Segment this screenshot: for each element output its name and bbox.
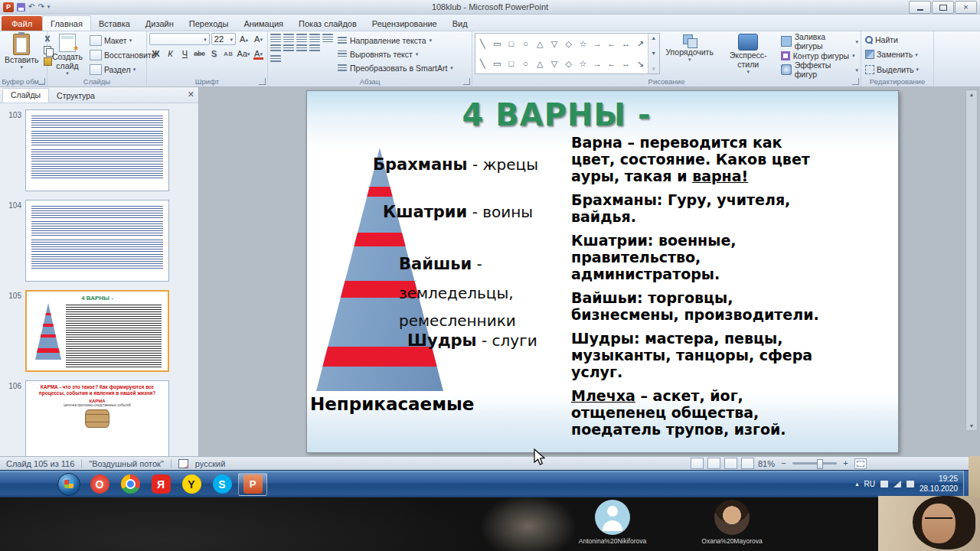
zoom-slider[interactable]: [792, 462, 837, 465]
shrink-font-button[interactable]: А▾: [252, 33, 265, 45]
pyramid-label[interactable]: Шудры - слуги: [407, 331, 537, 350]
ribbon-tab[interactable]: Показ слайдов: [291, 16, 364, 31]
shape-gallery-item-icon[interactable]: →: [590, 34, 605, 54]
shape-gallery-item-icon[interactable]: ╲: [475, 34, 490, 54]
pyramid-label[interactable]: Вайшьи - земледельцы,ремесленники: [399, 250, 575, 334]
slide-body-text[interactable]: Варна – переводится как цвет, состояние.…: [571, 134, 822, 445]
shape-gallery-item-icon[interactable]: ▽: [547, 34, 562, 54]
shape-effects-button[interactable]: Эффекты фигур▾: [781, 63, 858, 77]
tray-expand-icon[interactable]: ▴: [855, 481, 858, 487]
shape-gallery-item-icon[interactable]: →: [590, 54, 605, 73]
shape-gallery-item-icon[interactable]: ○: [518, 54, 533, 73]
ribbon-tab[interactable]: Вид: [445, 16, 475, 31]
font-size-combo[interactable]: 22▾: [211, 33, 236, 45]
shape-gallery-item-icon[interactable]: ▭: [490, 34, 505, 54]
clipboard-dialog-launcher-icon[interactable]: [38, 78, 45, 85]
shapes-scroll-up-icon[interactable]: ▲: [651, 35, 656, 41]
slide-thumbnail-103[interactable]: 103: [2, 109, 195, 191]
scroll-up-icon[interactable]: ▲: [969, 92, 975, 97]
italic-button[interactable]: К: [164, 47, 177, 60]
panel-close-icon[interactable]: ✕: [188, 90, 194, 99]
reading-view-icon[interactable]: [724, 458, 737, 469]
slide-thumbnail-106[interactable]: 106 КАРМА - что это такое? Как формируют…: [2, 380, 195, 462]
zoom-slider-thumb[interactable]: [817, 459, 823, 469]
quick-styles-button[interactable]: Экспресс-стили▾: [720, 33, 777, 77]
shapes-gallery-scrollbar[interactable]: ▲ ▼ ▿: [648, 34, 659, 73]
taskbar-yandex-browser-button[interactable]: Я: [146, 473, 175, 496]
conference-participant[interactable]: Oxana%20Mayorova: [695, 500, 769, 545]
bullet-list-icon[interactable]: [270, 34, 281, 42]
underline-button[interactable]: Ч: [178, 47, 191, 60]
numbered-list-icon[interactable]: [283, 34, 294, 42]
slideshow-view-icon[interactable]: [741, 458, 754, 469]
align-text-button[interactable]: Выровнять текст▾: [338, 47, 453, 60]
align-left-icon[interactable]: [270, 44, 281, 53]
drawing-dialog-launcher-icon[interactable]: [852, 78, 859, 85]
language-indicator[interactable]: русский: [195, 459, 225, 468]
ribbon-tab[interactable]: Дизайн: [138, 16, 181, 31]
pyramid-label[interactable]: Кшатрии - воины: [383, 203, 533, 221]
network-icon[interactable]: [893, 481, 901, 487]
font-dialog-launcher-icon[interactable]: [259, 78, 266, 85]
close-button[interactable]: ×: [955, 1, 977, 14]
text-direction-button[interactable]: Направление текста▾: [338, 34, 453, 47]
undo-icon[interactable]: ↶: [28, 3, 34, 11]
strikethrough-button[interactable]: abc: [193, 47, 206, 60]
arrange-button[interactable]: Упорядочить▾: [664, 33, 716, 77]
shape-gallery-item-icon[interactable]: ◇: [561, 54, 576, 73]
spellcheck-icon[interactable]: [178, 459, 188, 468]
panel-tab-slides[interactable]: Слайды: [2, 88, 49, 103]
shape-gallery-item-icon[interactable]: □: [504, 54, 518, 73]
align-right-icon[interactable]: [296, 44, 307, 53]
shape-gallery-item-icon[interactable]: △: [533, 54, 547, 73]
action-center-icon[interactable]: [880, 481, 888, 487]
shape-fill-button[interactable]: Заливка фигуры▾: [781, 34, 858, 48]
bold-button[interactable]: Ж: [149, 47, 162, 60]
slide-paragraph[interactable]: Млечха – аскет, йог, отщепенец общества,…: [571, 387, 822, 438]
ribbon-tab[interactable]: Анимация: [236, 16, 291, 31]
normal-view-icon[interactable]: [691, 458, 704, 469]
zoom-out-icon[interactable]: −: [779, 458, 789, 468]
fit-to-window-icon[interactable]: [854, 458, 867, 469]
paragraph-dialog-launcher-icon[interactable]: [463, 78, 470, 85]
shape-gallery-item-icon[interactable]: ←: [604, 34, 619, 54]
slide-paragraph[interactable]: Вайшьи: торговцы, бизнесмены, производит…: [571, 289, 822, 323]
change-case-button[interactable]: Аа▾: [237, 47, 250, 60]
clock[interactable]: 19:25 28.10.2020: [920, 474, 958, 494]
qat-dropdown-icon[interactable]: ▾: [47, 4, 51, 10]
find-button[interactable]: Найти: [864, 33, 931, 47]
line-spacing-icon[interactable]: [322, 34, 333, 42]
shape-gallery-item-icon[interactable]: ↔: [619, 34, 633, 54]
shape-gallery-item-icon[interactable]: ☆: [576, 54, 590, 73]
select-button[interactable]: Выделить▾: [864, 63, 931, 77]
slide-paragraph[interactable]: Брахманы: Гуру, учителя, вайдья.: [571, 191, 822, 225]
ribbon-tab[interactable]: Переходы: [181, 16, 237, 31]
shape-gallery-item-icon[interactable]: ◇: [561, 34, 576, 54]
decrease-indent-icon[interactable]: [296, 34, 307, 42]
conference-participant[interactable]: Antonina%20Nikiforova: [576, 500, 649, 545]
ribbon-tab[interactable]: Главная: [42, 15, 91, 31]
justify-icon[interactable]: [309, 44, 320, 53]
keyboard-language[interactable]: RU: [864, 480, 874, 488]
shapes-more-icon[interactable]: ▿: [652, 66, 655, 72]
shape-gallery-item-icon[interactable]: ○: [518, 34, 533, 54]
replace-button[interactable]: Заменить▾: [864, 47, 931, 61]
ribbon-tab[interactable]: Вставка: [91, 16, 138, 31]
taskbar-yandex-music-button[interactable]: Y: [177, 473, 206, 496]
shape-gallery-item-icon[interactable]: ▭: [490, 54, 505, 73]
vertical-scrollbar[interactable]: ▲ ▼: [965, 90, 978, 431]
shape-gallery-item-icon[interactable]: ▽: [547, 54, 562, 73]
shape-gallery-item-icon[interactable]: ↔: [619, 54, 633, 73]
slide-thumbnail-105[interactable]: 105 4 ВАРНЫ -: [2, 290, 195, 372]
volume-icon[interactable]: [906, 481, 914, 487]
shape-gallery-item-icon[interactable]: □: [504, 34, 518, 54]
tab-file[interactable]: Файл: [2, 16, 42, 31]
taskbar-chrome-button[interactable]: [116, 473, 145, 496]
save-icon[interactable]: [17, 3, 25, 11]
align-center-icon[interactable]: [283, 44, 294, 53]
webcam-video[interactable]: [878, 496, 980, 551]
slide-thumbnail-104[interactable]: 104: [2, 200, 195, 282]
zoom-in-icon[interactable]: +: [841, 458, 851, 468]
maximize-button[interactable]: [932, 1, 954, 14]
slide-canvas[interactable]: 4 ВАРНЫ - Брахманы - жрецыКшатрии - воин…: [306, 90, 899, 453]
